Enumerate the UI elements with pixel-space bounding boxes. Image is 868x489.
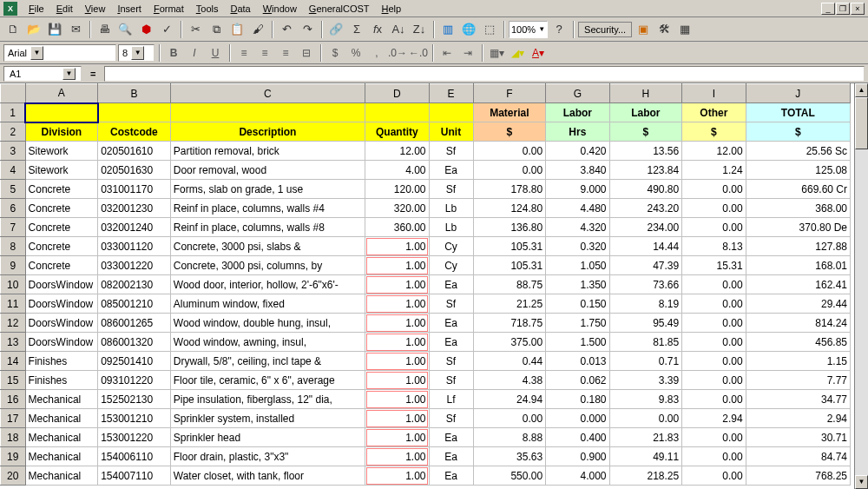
cell[interactable]: 9.83 (609, 390, 682, 409)
cell[interactable]: 1.050 (546, 256, 609, 275)
cell[interactable]: 0.180 (546, 390, 609, 409)
cell[interactable]: 49.11 (609, 447, 682, 466)
row-header-4[interactable]: 4 (1, 161, 26, 180)
cell[interactable]: Pipe insulation, fiberglass, 12" dia, (170, 390, 365, 409)
row-header-2[interactable]: 2 (1, 122, 26, 142)
cell[interactable]: 768.25 (746, 466, 850, 486)
cell[interactable]: 1.15 (746, 352, 850, 371)
column-header-G[interactable]: G (546, 84, 609, 103)
row-header-14[interactable]: 14 (1, 352, 26, 371)
header1-cell[interactable]: Material (473, 103, 546, 122)
scroll-up-button[interactable]: ▲ (855, 83, 868, 97)
cell[interactable]: 4.38 (473, 371, 546, 390)
header2-cell[interactable]: $ (746, 122, 850, 142)
cell[interactable]: DoorsWindow (25, 294, 98, 314)
menu-edit[interactable]: Edit (50, 2, 79, 16)
cell[interactable]: 154006110 (98, 447, 171, 466)
cell[interactable]: 81.85 (609, 333, 682, 352)
cell[interactable]: 1.750 (546, 314, 609, 333)
cell[interactable]: 123.84 (609, 161, 682, 180)
restore-button[interactable]: ❐ (836, 3, 850, 15)
cell[interactable]: 1.00 (365, 466, 429, 486)
cell[interactable]: Drywall, 5/8", ceiling, incl tape & (170, 352, 365, 371)
cell[interactable]: Sprinkler head (170, 428, 365, 447)
cell[interactable]: 12.00 (365, 142, 429, 161)
cell[interactable]: 1.00 (365, 256, 429, 275)
cell[interactable]: 4.000 (546, 466, 609, 486)
cell[interactable]: Concrete, 3000 psi, slabs & (170, 237, 365, 256)
drawing-button[interactable]: ⬚ (480, 20, 499, 39)
row-header-7[interactable]: 7 (1, 218, 26, 237)
cell[interactable]: 031001170 (98, 180, 171, 199)
cell[interactable]: 020501630 (98, 161, 171, 180)
cell[interactable]: Lf (429, 390, 473, 409)
row-header-5[interactable]: 5 (1, 180, 26, 199)
cell[interactable]: Lb (429, 218, 473, 237)
pdf-button[interactable]: ⬢ (136, 20, 155, 39)
cell[interactable]: 0.44 (473, 352, 546, 371)
header1-cell[interactable]: TOTAL (746, 103, 850, 122)
cell[interactable]: 032001240 (98, 218, 171, 237)
map-button[interactable]: 🌐 (459, 20, 478, 39)
cell[interactable]: 3.39 (609, 371, 682, 390)
cell[interactable]: Ea (429, 333, 473, 352)
cell[interactable]: 1.00 (365, 428, 429, 447)
font-color-button[interactable]: A▾ (529, 43, 548, 63)
cell[interactable]: 086001320 (98, 333, 171, 352)
cell[interactable]: 13.56 (609, 142, 682, 161)
cell[interactable]: 8.88 (473, 428, 546, 447)
cell[interactable]: 95.49 (609, 314, 682, 333)
cell[interactable]: 168.01 (746, 256, 850, 275)
cell[interactable]: 0.00 (682, 314, 746, 333)
cell[interactable]: 086001265 (98, 314, 171, 333)
cell[interactable]: 152502130 (98, 390, 171, 409)
cell[interactable]: 0.00 (682, 294, 746, 314)
row-header-19[interactable]: 19 (1, 447, 26, 466)
vb-button[interactable]: ▣ (634, 20, 653, 39)
cell[interactable]: Mechanical (25, 409, 98, 428)
cell[interactable]: 1.00 (365, 275, 429, 294)
header1-cell[interactable]: Labor (546, 103, 609, 122)
cell[interactable]: Sf (429, 409, 473, 428)
cell[interactable]: 0.900 (546, 447, 609, 466)
cell[interactable]: 105.31 (473, 237, 546, 256)
cell[interactable]: Cy (429, 256, 473, 275)
cell[interactable]: 020501610 (98, 142, 171, 161)
cell[interactable]: 124.80 (473, 199, 546, 218)
function-button[interactable]: fx (368, 20, 387, 39)
cell[interactable]: 093101220 (98, 371, 171, 390)
cell[interactable]: Sf (429, 371, 473, 390)
menu-data[interactable]: Data (224, 2, 256, 16)
bold-button[interactable]: B (164, 43, 183, 63)
cell[interactable]: 0.00 (682, 333, 746, 352)
cell[interactable]: 2.94 (746, 409, 850, 428)
cell[interactable]: 153001220 (98, 428, 171, 447)
decrease-indent-button[interactable]: ⇤ (437, 43, 457, 63)
cell[interactable]: 30.71 (746, 428, 850, 447)
cell[interactable]: 21.25 (473, 294, 546, 314)
cell[interactable]: 21.83 (609, 428, 682, 447)
cell[interactable]: 1.00 (365, 352, 429, 371)
menu-window[interactable]: Window (257, 2, 303, 16)
cell[interactable]: 14.44 (609, 237, 682, 256)
cell[interactable]: Sitework (25, 142, 98, 161)
cell[interactable]: 1.00 (365, 371, 429, 390)
row-header-18[interactable]: 18 (1, 428, 26, 447)
spelling-button[interactable]: ✓ (157, 20, 176, 39)
cell[interactable]: Forms, slab on grade, 1 use (170, 180, 365, 199)
cell[interactable]: 1.00 (365, 447, 429, 466)
header2-cell[interactable]: $ (473, 122, 546, 142)
scroll-track[interactable] (855, 97, 868, 475)
cell[interactable]: 033001120 (98, 237, 171, 256)
percent-button[interactable]: % (346, 43, 365, 63)
cell[interactable]: 35.63 (473, 447, 546, 466)
cell[interactable]: 154007110 (98, 466, 171, 486)
cell[interactable]: Sitework (25, 161, 98, 180)
cell[interactable]: 1.00 (365, 390, 429, 409)
cell[interactable]: 0.00 (682, 447, 746, 466)
cell[interactable]: 370.80 De (746, 218, 850, 237)
row-header-12[interactable]: 12 (1, 314, 26, 333)
minimize-button[interactable]: _ (821, 3, 835, 15)
cell[interactable]: 456.85 (746, 333, 850, 352)
cell[interactable]: 1.350 (546, 275, 609, 294)
